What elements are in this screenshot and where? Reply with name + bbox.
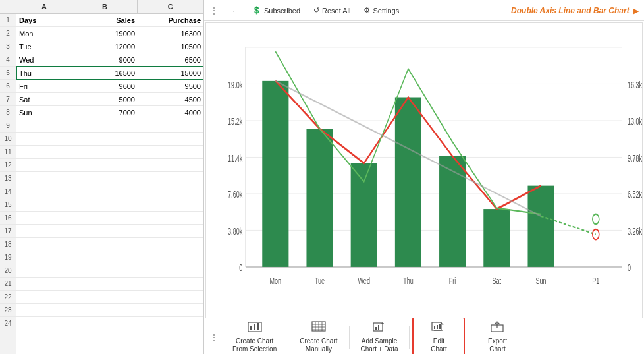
cell[interactable] bbox=[138, 172, 203, 185]
cell[interactable] bbox=[138, 238, 203, 251]
cell[interactable]: Sales bbox=[72, 14, 138, 27]
table-row[interactable] bbox=[16, 172, 203, 185]
add-sample-button[interactable]: + Add SampleChart + Data bbox=[352, 318, 407, 354]
cell[interactable] bbox=[72, 238, 138, 251]
cell[interactable] bbox=[138, 251, 203, 264]
cell[interactable]: Sat bbox=[16, 93, 72, 106]
cell[interactable]: 16500 bbox=[72, 67, 138, 80]
cell[interactable] bbox=[138, 291, 203, 304]
back-button[interactable]: ← bbox=[229, 5, 242, 16]
cell[interactable] bbox=[16, 133, 72, 146]
cell[interactable] bbox=[72, 264, 138, 278]
table-row[interactable] bbox=[16, 159, 203, 172]
table-row[interactable] bbox=[16, 212, 203, 225]
cell[interactable] bbox=[138, 225, 203, 238]
cell[interactable] bbox=[72, 119, 138, 133]
cell[interactable] bbox=[72, 133, 138, 146]
cell[interactable]: Mon bbox=[16, 27, 72, 40]
cell[interactable] bbox=[16, 251, 72, 264]
cell[interactable] bbox=[16, 146, 72, 159]
cell[interactable]: 9600 bbox=[72, 80, 138, 93]
reset-button[interactable]: ↺ Reset All bbox=[311, 5, 353, 16]
cell[interactable] bbox=[16, 238, 72, 251]
cell[interactable] bbox=[138, 146, 203, 159]
table-row[interactable] bbox=[16, 225, 203, 238]
cell[interactable] bbox=[138, 304, 203, 317]
cell[interactable]: Days bbox=[16, 14, 72, 27]
cell[interactable]: 16300 bbox=[138, 27, 203, 40]
table-row[interactable]: Wed90006500 bbox=[16, 53, 203, 67]
cell[interactable]: 19000 bbox=[72, 27, 138, 40]
cell[interactable] bbox=[16, 264, 72, 278]
cell[interactable] bbox=[138, 317, 203, 330]
export-chart-button[interactable]: ExportChart bbox=[471, 318, 523, 354]
cell[interactable]: 15000 bbox=[138, 67, 203, 80]
cell[interactable]: 7000 bbox=[72, 106, 138, 119]
create-from-selection-button[interactable]: Create ChartFrom Selection bbox=[224, 318, 285, 354]
table-row[interactable] bbox=[16, 238, 203, 251]
table-row[interactable]: Tue1200010500 bbox=[16, 40, 203, 53]
cell[interactable] bbox=[72, 278, 138, 291]
cell[interactable] bbox=[16, 172, 72, 185]
cell[interactable] bbox=[16, 317, 72, 330]
table-row[interactable] bbox=[16, 198, 203, 212]
cell[interactable]: Tue bbox=[16, 40, 72, 53]
table-row[interactable] bbox=[16, 291, 203, 304]
table-row[interactable] bbox=[16, 317, 203, 330]
cell[interactable] bbox=[16, 278, 72, 291]
cell[interactable] bbox=[16, 212, 72, 225]
cell[interactable] bbox=[138, 278, 203, 291]
cell[interactable]: 12000 bbox=[72, 40, 138, 53]
table-row[interactable] bbox=[16, 146, 203, 159]
cell[interactable] bbox=[72, 225, 138, 238]
cell[interactable] bbox=[16, 304, 72, 317]
table-row[interactable] bbox=[16, 119, 203, 133]
cell[interactable] bbox=[72, 146, 138, 159]
table-row[interactable] bbox=[16, 133, 203, 146]
cell[interactable] bbox=[16, 119, 72, 133]
settings-button[interactable]: ⚙ Settings bbox=[361, 5, 402, 16]
cell[interactable] bbox=[16, 225, 72, 238]
table-row[interactable]: DaysSalesPurchase bbox=[16, 14, 203, 27]
cell[interactable] bbox=[16, 159, 72, 172]
subscribed-button[interactable]: 💲 Subscribed bbox=[250, 5, 303, 16]
cell[interactable] bbox=[72, 212, 138, 225]
table-row[interactable]: Sun70004000 bbox=[16, 106, 203, 119]
col-header-c[interactable]: C bbox=[138, 0, 203, 13]
edit-chart-button[interactable]: EditChart bbox=[412, 317, 465, 354]
table-row[interactable] bbox=[16, 304, 203, 317]
cell[interactable]: 4000 bbox=[138, 106, 203, 119]
table-row[interactable] bbox=[16, 264, 203, 278]
cell[interactable]: 10500 bbox=[138, 40, 203, 53]
cell[interactable]: 9500 bbox=[138, 80, 203, 93]
cell[interactable] bbox=[16, 185, 72, 198]
cell[interactable] bbox=[138, 159, 203, 172]
col-header-a[interactable]: A bbox=[16, 0, 72, 13]
table-row[interactable] bbox=[16, 278, 203, 291]
cell[interactable] bbox=[72, 172, 138, 185]
cell[interactable] bbox=[72, 198, 138, 212]
table-row[interactable]: Fri96009500 bbox=[16, 80, 203, 93]
create-manually-button[interactable]: Create ChartManually bbox=[291, 318, 346, 354]
table-row[interactable] bbox=[16, 185, 203, 198]
cell[interactable] bbox=[138, 133, 203, 146]
cell[interactable]: 5000 bbox=[72, 93, 138, 106]
table-row[interactable]: Thu1650015000 bbox=[16, 67, 203, 80]
cell[interactable] bbox=[138, 264, 203, 278]
cell[interactable]: Sun bbox=[16, 106, 72, 119]
cell[interactable] bbox=[138, 119, 203, 133]
cell[interactable]: Fri bbox=[16, 80, 72, 93]
table-row[interactable]: Mon1900016300 bbox=[16, 27, 203, 40]
cell[interactable] bbox=[16, 198, 72, 212]
cell[interactable] bbox=[72, 304, 138, 317]
cell[interactable] bbox=[16, 291, 72, 304]
cell[interactable] bbox=[138, 185, 203, 198]
cell[interactable] bbox=[72, 317, 138, 330]
cell[interactable] bbox=[138, 198, 203, 212]
cell[interactable] bbox=[72, 291, 138, 304]
cell[interactable]: 9000 bbox=[72, 53, 138, 67]
table-row[interactable] bbox=[16, 251, 203, 264]
cell[interactable]: Purchase bbox=[138, 14, 203, 27]
cell[interactable]: 4500 bbox=[138, 93, 203, 106]
cell[interactable]: Thu bbox=[16, 67, 72, 80]
